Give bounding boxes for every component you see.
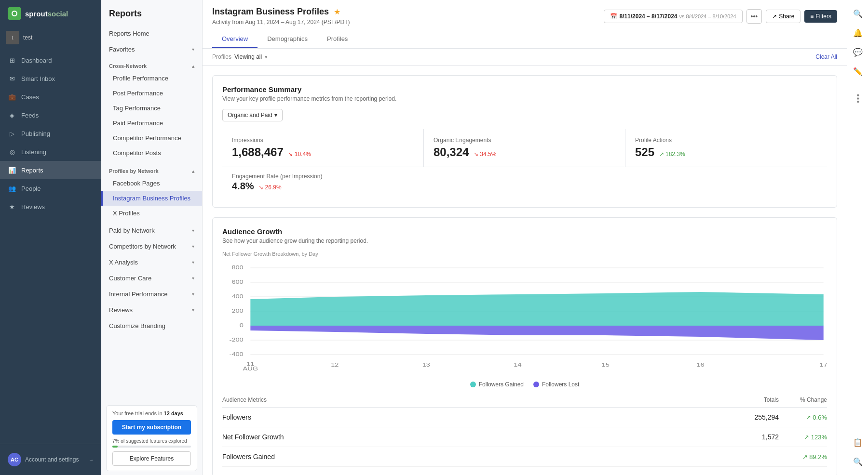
followers-gained-label: Followers Gained [479, 381, 524, 388]
logo-icon [8, 7, 21, 20]
tab-overview[interactable]: Overview [212, 30, 258, 48]
favorite-star-icon[interactable]: ★ [334, 7, 340, 16]
chart-svg: 800 600 400 200 0 -200 -400 [222, 261, 827, 376]
rss-icon: ◈ [8, 111, 16, 119]
followers-lost-label: Followers Lost [542, 381, 579, 388]
edit-rail-icon[interactable]: ✏️ [850, 64, 866, 79]
cross-network-group[interactable]: Cross-Network ▴ [101, 59, 202, 71]
nav-item-dashboard[interactable]: ⊞ Dashboard [0, 51, 101, 69]
sidebar-item-instagram-business[interactable]: Instagram Business Profiles [101, 191, 202, 206]
audience-growth-card: Audience Growth See how your audience gr… [212, 217, 837, 475]
sidebar-label-reviews: Reviews [109, 306, 133, 314]
share-button[interactable]: ↗ Share [766, 10, 800, 23]
tabs-row: Overview Demographics Profiles [212, 30, 837, 48]
explore-features-button[interactable]: Explore Features [112, 451, 191, 466]
sidebar-item-profile-performance[interactable]: Profile Performance [101, 71, 202, 86]
account-row[interactable]: AC Account and settings → [6, 450, 95, 469]
nav-label-reviews: Reviews [21, 203, 45, 211]
nav-item-feeds[interactable]: ◈ Feeds [0, 106, 101, 124]
nav-bottom: AC Account and settings → [0, 444, 101, 475]
profiles-select[interactable]: Profiles Viewing all ▾ [212, 53, 268, 60]
share-icon: ↗ [772, 13, 777, 20]
header-actions: 📅 8/11/2024 – 8/17/2024 vs 8/4/2024 – 8/… [604, 9, 837, 24]
organic-paid-filter[interactable]: Organic and Paid ▾ [222, 109, 283, 121]
impressions-label: Impressions [232, 137, 414, 144]
sidebar-item-paid-performance[interactable]: Paid Performance [101, 116, 202, 131]
metrics-grid: Impressions 1,688,467 ↘ 10.4% Organic En… [222, 129, 827, 167]
followers-row-value: 255,294 [731, 413, 779, 421]
legend-followers-gained: Followers Gained [470, 381, 524, 388]
profiles-by-network-group[interactable]: Profiles by Network ▴ [101, 164, 202, 176]
sidebar-item-reviews[interactable]: Reviews ▾ [101, 302, 202, 318]
audience-growth-subtitle: See how your audience grew during the re… [222, 238, 827, 244]
metric-organic-engagements: Organic Engagements 80,324 ↘ 34.5% [424, 129, 625, 167]
sidebar-item-x-analysis[interactable]: X Analysis ▾ [101, 254, 202, 270]
engagement-rate-label: Engagement Rate (per Impression) [232, 173, 817, 180]
main-content: Instagram Business Profiles ★ Activity f… [203, 0, 847, 475]
sidebar-item-x-profiles[interactable]: X Profiles [101, 206, 202, 221]
nav-item-listening[interactable]: ◎ Listening [0, 143, 101, 161]
clear-all-button[interactable]: Clear All [815, 53, 837, 60]
sidebar-item-customize-branding[interactable]: Customize Branding [101, 318, 202, 334]
tab-demographics[interactable]: Demographics [258, 30, 317, 48]
tab-profiles[interactable]: Profiles [317, 30, 357, 48]
sidebar-item-paid-by-network[interactable]: Paid by Network ▾ [101, 223, 202, 238]
nav-label-publishing: Publishing [21, 130, 50, 137]
date-range-button[interactable]: 📅 8/11/2024 – 8/17/2024 vs 8/4/2024 – 8/… [604, 10, 742, 23]
second-sidebar: Reports Reports Home Favorites ▾ Cross-N… [101, 0, 203, 475]
sidebar-label-internal-performance: Internal Performance [109, 290, 167, 298]
nav-label-listening: Listening [21, 148, 46, 156]
nav-item-people[interactable]: 👥 People [0, 179, 101, 198]
sidebar-item-tag-performance[interactable]: Tag Performance [101, 101, 202, 116]
sidebar-label-customer-care: Customer Care [109, 275, 151, 282]
performance-summary-subtitle: View your key profile performance metric… [222, 95, 827, 102]
svg-text:13: 13 [422, 362, 430, 368]
nav-item-cases[interactable]: 💼 Cases [0, 88, 101, 106]
impressions-change: ↘ 10.4% [288, 151, 311, 158]
sidebar-item-facebook-pages[interactable]: Facebook Pages [101, 176, 202, 191]
bottom-icon-1[interactable]: 📋 [850, 435, 866, 450]
sidebar-item-favorites[interactable]: Favorites ▾ [101, 41, 202, 57]
users-icon: 👥 [8, 184, 16, 193]
search-rail-icon[interactable]: 🔍 [850, 6, 866, 21]
nav-item-reports[interactable]: 📊 Reports [0, 161, 101, 179]
page-title-row: Instagram Business Profiles ★ [212, 7, 350, 17]
audience-col-change-label: % Change [779, 396, 827, 403]
nav-item-reviews[interactable]: ★ Reviews [0, 198, 101, 216]
svg-text:AUG: AUG [243, 366, 258, 371]
sidebar-item-post-performance[interactable]: Post Performance [101, 86, 202, 101]
start-subscription-button[interactable]: Start my subscription [112, 420, 191, 435]
profile-actions-value-row: 525 ↗ 182.3% [635, 145, 817, 159]
sidebar-label-competitors-by-network: Competitors by Network [109, 243, 176, 250]
progress-area: 7% of suggested features explored [112, 438, 191, 448]
chat-rail-icon[interactable]: 💬 [850, 44, 866, 60]
nav-item-smart-inbox[interactable]: ✉ Smart Inbox [0, 69, 101, 88]
left-navigation: sproutsocial t test ⊞ Dashboard ✉ Smart … [0, 0, 101, 475]
engagement-rate-value-row: 4.8% ↘ 26.9% [232, 181, 817, 192]
legend-followers-lost: Followers Lost [533, 381, 579, 388]
filters-button[interactable]: ≡ Filters [804, 10, 837, 23]
metric-profile-actions: Profile Actions 525 ↗ 182.3% [625, 129, 827, 167]
content-scroll[interactable]: Performance Summary View your key profil… [203, 66, 847, 475]
sidebar-label-reports-home: Reports Home [109, 30, 149, 37]
sidebar-item-competitors-by-network[interactable]: Competitors by Network ▾ [101, 238, 202, 254]
table-row: Net Follower Growth 1,572 ↗ 123% [222, 427, 827, 447]
chart-label: Net Follower Growth Breakdown, by Day [222, 251, 827, 257]
sidebar-item-customer-care[interactable]: Customer Care ▾ [101, 270, 202, 286]
nav-item-publishing[interactable]: ▷ Publishing [0, 124, 101, 143]
sidebar-item-competitor-posts[interactable]: Competitor Posts [101, 145, 202, 160]
bell-rail-icon[interactable]: 🔔 [850, 25, 866, 40]
impressions-value: 1,688,467 [232, 145, 284, 158]
workspace-area[interactable]: t test [0, 27, 101, 48]
organic-engagements-change: ↘ 34.5% [474, 151, 496, 158]
bottom-icon-2[interactable]: 🔍 [850, 454, 866, 469]
paid-chevron-icon: ▾ [192, 228, 194, 233]
sidebar-item-reports-home[interactable]: Reports Home [101, 26, 202, 41]
more-options-button[interactable]: ••• [746, 9, 762, 24]
sidebar-item-competitor-performance[interactable]: Competitor Performance [101, 131, 202, 145]
more-rail-icon[interactable]: ••• [850, 91, 866, 106]
account-settings-label: Account and settings [25, 456, 85, 463]
profiles-bar: Profiles Viewing all ▾ Clear All [203, 49, 847, 66]
svg-text:12: 12 [331, 362, 339, 368]
sidebar-item-internal-performance[interactable]: Internal Performance ▾ [101, 286, 202, 302]
